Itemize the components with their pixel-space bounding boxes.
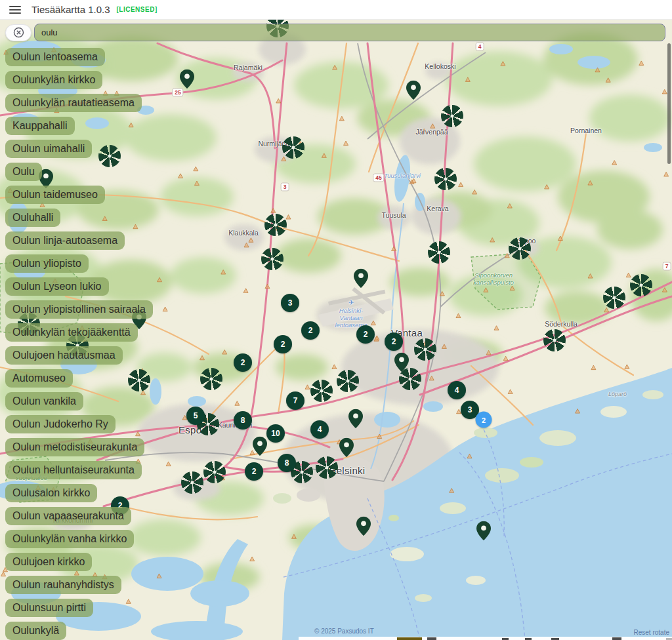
pin-marker location-pin-icon[interactable] xyxy=(406,80,421,100)
clear-search-button[interactable] xyxy=(5,24,32,41)
pin-marker location-pin-icon[interactable] xyxy=(180,69,194,89)
suggestion-item[interactable]: Oulun helluntaiseurakunta xyxy=(5,461,142,479)
camera-marker aperture-icon[interactable] xyxy=(203,461,226,483)
pin-marker location-pin-icon[interactable] xyxy=(339,437,354,457)
cluster-marker[interactable]: 2 xyxy=(274,335,292,353)
suggestion-item[interactable]: Oulun linja-autoasema xyxy=(5,231,125,250)
cluster-marker[interactable]: 4 xyxy=(310,420,329,439)
camera-marker aperture-icon[interactable] xyxy=(434,168,457,190)
pin-marker location-pin-icon[interactable] xyxy=(476,521,491,540)
suggestion-item[interactable]: Oulun taidemuseo xyxy=(5,186,105,204)
app-bar: Tiesääkartta 1.0.3 [LICENSED] xyxy=(0,0,672,20)
license-badge: [LICENSED] xyxy=(117,6,158,13)
circle-x-icon xyxy=(13,27,24,38)
suggestion-item[interactable]: Oulujoen kirkko xyxy=(5,553,92,571)
cluster-marker[interactable]: 2 xyxy=(245,462,263,481)
cluster-marker[interactable]: 2 xyxy=(476,412,492,428)
suggestion-item[interactable]: Oulun yliopisto xyxy=(5,254,89,273)
camera-marker aperture-icon[interactable] xyxy=(264,214,287,236)
cluster-marker[interactable]: 10 xyxy=(266,424,285,443)
cluster-marker[interactable]: 2 xyxy=(301,321,320,340)
suggestion-item[interactable]: Oulun metodistiseurakunta xyxy=(5,438,144,456)
camera-marker aperture-icon[interactable] xyxy=(428,241,450,264)
camera-marker aperture-icon[interactable] xyxy=(630,274,652,296)
suggestion-item[interactable]: Oulusalon kirkko xyxy=(5,484,97,502)
cluster-marker[interactable]: 5 xyxy=(186,407,205,425)
camera-marker aperture-icon[interactable] xyxy=(261,248,284,270)
camera-marker aperture-icon[interactable] xyxy=(310,380,333,402)
camera-marker aperture-icon[interactable] xyxy=(316,456,338,479)
map-attribution[interactable]: © 2025 Paxsudos IT xyxy=(314,628,374,635)
cluster-marker[interactable]: 2 xyxy=(234,353,252,372)
camera-marker aperture-icon[interactable] xyxy=(181,471,203,494)
suggestion-item[interactable]: Oulun yliopistollinen sairaala xyxy=(5,300,153,319)
suggestion-item[interactable]: Oulun lentoasema xyxy=(5,48,105,66)
suggestion-item[interactable]: Oulun Lyseon lukio xyxy=(5,277,109,296)
suggestion-item[interactable]: Automuseo xyxy=(5,369,73,388)
cluster-marker[interactable]: 3 xyxy=(281,294,299,312)
suggestion-item[interactable]: Oulun Judokerho Ry xyxy=(5,415,116,433)
camera-marker aperture-icon[interactable] xyxy=(282,136,304,159)
menu-button hamburger-icon[interactable] xyxy=(9,6,21,14)
search-input[interactable] xyxy=(34,24,665,41)
suggestion-item[interactable]: Oulun uimahalli xyxy=(5,140,92,158)
suggestion-item[interactable]: Oulun vankila xyxy=(5,392,83,410)
camera-marker aperture-icon[interactable] xyxy=(200,368,222,390)
suggestion-item[interactable]: Oulunkylän kirkko xyxy=(5,71,102,89)
suggestion-item[interactable]: Ouluhalli xyxy=(5,209,60,227)
pin-marker location-pin-icon[interactable] xyxy=(354,268,368,288)
camera-marker aperture-icon[interactable] xyxy=(337,370,359,392)
pin-marker location-pin-icon[interactable] xyxy=(253,436,267,456)
search-suggestions-list: Oulun lentoasemaOulunkylän kirkkoOulunky… xyxy=(5,48,153,640)
pin-marker location-pin-icon[interactable] xyxy=(394,352,409,372)
camera-marker aperture-icon[interactable] xyxy=(509,237,531,260)
cluster-marker[interactable]: 8 xyxy=(234,411,252,430)
suggestion-item[interactable]: Kauppahalli xyxy=(5,117,75,135)
camera-marker aperture-icon[interactable] xyxy=(603,287,625,309)
cluster-marker[interactable]: 2 xyxy=(356,325,375,344)
suggestion-item[interactable]: Oulunsuun pirtti xyxy=(5,599,93,617)
pin-marker location-pin-icon[interactable] xyxy=(348,409,363,428)
camera-marker aperture-icon[interactable] xyxy=(543,329,566,351)
app-title: Tiesääkartta 1.0.3 xyxy=(32,4,110,15)
camera-marker aperture-icon[interactable] xyxy=(414,338,436,361)
camera-marker aperture-icon[interactable] xyxy=(441,105,463,127)
cluster-marker[interactable]: 2 xyxy=(385,332,403,351)
pin-marker location-pin-icon[interactable] xyxy=(356,516,371,536)
suggestion-item[interactable]: Oulu xyxy=(5,163,42,181)
cluster-marker[interactable]: 8 xyxy=(278,454,296,472)
reset-rotate-button[interactable]: Reset rotate xyxy=(634,629,669,636)
cluster-marker[interactable]: 4 xyxy=(448,381,466,399)
search-bar xyxy=(0,24,672,41)
suggestion-item[interactable]: Oulunkylän tekojääkenttä xyxy=(5,323,138,342)
cluster-marker[interactable]: 7 xyxy=(286,391,304,410)
suggestion-item[interactable]: Oulun vapaaseurakunta xyxy=(5,507,131,525)
suggestion-item[interactable]: Oulun rauhanyhdistys xyxy=(5,576,121,594)
suggestion-item[interactable]: Oulunkylän vanha kirkko xyxy=(5,530,134,548)
suggestion-item[interactable]: Oulujoen hautausmaa xyxy=(5,346,123,365)
bottom-toolbar-sliver xyxy=(299,637,672,640)
suggestion-item[interactable]: Oulunkylä xyxy=(5,622,66,640)
suggestion-item[interactable]: Oulunkylän rautatieasema xyxy=(5,94,142,112)
suggestions-scrollbar-thumb[interactable] xyxy=(667,43,671,164)
